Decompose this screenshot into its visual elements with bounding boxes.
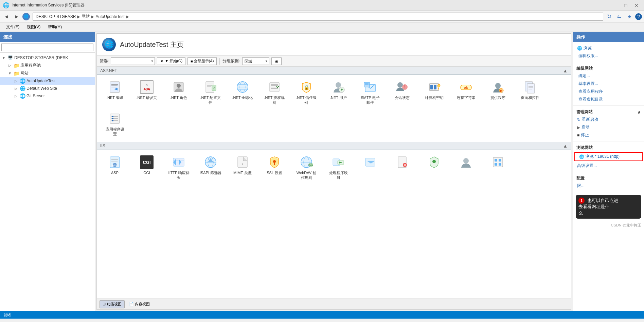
filter-select[interactable] — [111, 57, 155, 65]
menu-view[interactable]: 视图(V) — [23, 23, 44, 31]
icon-dotnet-roles[interactable]: .NET 角色 — [163, 78, 194, 108]
restart-label: 重新启动 — [582, 117, 598, 122]
restart-link[interactable]: ↻ 重新启动 — [573, 116, 644, 123]
section-iis-collapse[interactable]: ▲ — [563, 143, 568, 149]
help-button[interactable]: ? — [635, 13, 642, 20]
basic-settings-link[interactable]: 基本设置... — [573, 80, 644, 88]
forward-button[interactable]: ▶ — [12, 12, 21, 21]
icon-10[interactable]: ✕ — [387, 153, 417, 183]
icon-asp[interactable]: ASP ASP — [100, 153, 130, 183]
folder-icon-sites: 📁 — [14, 71, 19, 76]
dotnet-errorpage-label: .NET 错误页 — [137, 95, 157, 100]
sidebar-item-apppools[interactable]: ▷ 📁 应用程序池 — [0, 62, 95, 69]
back-button[interactable]: ◀ — [2, 12, 11, 21]
svg-rect-92 — [493, 157, 503, 167]
icon-appsettings[interactable]: 应用程序设置 — [100, 109, 130, 139]
path-site: AutoUpdateTest — [95, 14, 124, 19]
menu-file[interactable]: 文件(F) — [3, 23, 23, 31]
edit-permissions-link[interactable]: 编辑权限... — [573, 52, 644, 60]
sidebar-item-autoupdate[interactable]: ▷ 🌐 AutoUpdateTest — [0, 77, 95, 85]
status-bar: 就绪 — [0, 311, 644, 319]
main-layout: 连接 ▼ 🖥️ DESKTOP-STGEASR (DESK ▷ 📁 应用程序池 — [0, 32, 644, 311]
section-iis-label: IIS — [100, 143, 105, 148]
refresh-button[interactable]: ↻ — [605, 12, 613, 21]
grid-view-button[interactable]: ⊞ — [271, 57, 282, 65]
svg-rect-93 — [495, 159, 497, 162]
pages-icon — [523, 80, 537, 94]
bind-link[interactable]: 绑定... — [573, 72, 644, 80]
icon-webdav[interactable]: DAV WebDAV 创作规则 — [291, 153, 322, 183]
icon-session[interactable]: ! 会话状态 — [387, 78, 417, 108]
icon-dotnet-compile[interactable]: .NET 编译 — [100, 78, 130, 108]
maximize-button[interactable]: □ — [621, 2, 630, 9]
start-link[interactable]: ▶ 启动 — [573, 123, 644, 131]
sidebar-item-default[interactable]: ▷ 🌐 Default Web Site — [0, 85, 95, 92]
close-button[interactable]: ✕ — [632, 2, 641, 9]
sidebar-item-websites[interactable]: ▼ 📁 网站 — [0, 69, 95, 77]
icon-provider[interactable]: ▶ 提供程序 — [483, 78, 513, 108]
address-path[interactable]: DESKTOP-STGEASR ▶ 网站 ▶ AutoUpdateTest ▶ — [33, 13, 603, 21]
view-vdirs-link[interactable]: 查看虚拟目录 — [573, 96, 644, 103]
view-apps-link[interactable]: 查看应用程序 — [573, 88, 644, 96]
icon-dotnet-trust[interactable]: 🔒 .NET 信任级别 — [291, 78, 322, 108]
icon-isapi[interactable]: ISAPI 筛选器 — [195, 153, 226, 183]
icon-9[interactable] — [355, 153, 386, 183]
icon-dotnet-config[interactable]: ✓ .NET 配置文件 — [195, 78, 226, 108]
icon-11[interactable] — [419, 153, 449, 183]
icon-connstr[interactable]: ab 连接字符串 — [451, 78, 481, 108]
feature-view-button[interactable]: ⊞ 功能视图 — [100, 300, 125, 308]
icon-machinekey[interactable]: 计算机密钥 — [419, 78, 449, 108]
sidebar-label-apppools: 应用程序池 — [20, 63, 41, 68]
provider-label: 提供程序 — [490, 95, 505, 100]
svg-text:+: + — [340, 87, 343, 92]
svg-point-31 — [397, 82, 403, 88]
menu-help[interactable]: 帮助(H) — [44, 23, 65, 31]
start-button[interactable]: ▼ ▼ 开始(G) — [157, 57, 185, 65]
icon-dotnet-users[interactable]: + .NET 用户 — [323, 78, 354, 108]
group-select[interactable]: 区域 — [242, 57, 269, 65]
icon-dotnet-global[interactable]: .NET 全球化 — [227, 78, 258, 108]
toolbar-sep1 — [219, 58, 220, 65]
section-aspnet-label: ASP.NET — [100, 68, 117, 73]
icon-12[interactable] — [451, 153, 481, 183]
icon-13[interactable] — [483, 153, 513, 183]
smtp-icon — [363, 80, 377, 94]
icons-scroll[interactable]: ASP.NET ▲ — [97, 67, 571, 299]
browse-link[interactable]: 🌐 浏览 — [573, 44, 644, 52]
icon-pages[interactable]: 页面和控件 — [515, 78, 545, 108]
share-button[interactable]: ⇆ — [615, 12, 624, 21]
bookmark-button[interactable]: ★ — [625, 12, 634, 21]
browse-port-label: 浏览 *:19031 (http) — [586, 154, 620, 159]
minimize-button[interactable]: — — [610, 2, 620, 9]
stop-link[interactable]: ■ 停止 — [573, 131, 644, 139]
browse-port-link[interactable]: 🌐 浏览 *:19031 (http) — [575, 153, 642, 160]
advanced-settings-link[interactable]: 高级设置... — [573, 162, 644, 170]
icon-httpheaders[interactable]: HTTP 响应标头 — [163, 153, 194, 183]
globe-icon: 🌐 — [22, 13, 30, 20]
dotnet-trust-label: .NET 信任级别 — [296, 95, 317, 105]
filter-label: 筛选: — [100, 58, 109, 64]
dotnet-config-label: .NET 配置文件 — [200, 95, 221, 105]
icon-dotnet-errorpage[interactable]: ⚠ 404 .NET 错误页 — [131, 78, 162, 108]
dotnet-users-label: .NET 用户 — [330, 95, 347, 100]
icon-ssl[interactable]: SSL 设置 — [259, 153, 290, 183]
sidebar-search-input[interactable] — [1, 44, 93, 51]
svg-point-55 — [112, 118, 113, 119]
dotnet-global-icon — [236, 80, 249, 94]
icon-mime[interactable]: ♪ MIME 类型 — [227, 153, 258, 183]
icon-dotnet-auth[interactable]: .NET 授权规则 — [259, 78, 290, 108]
icon-smtp[interactable]: SMTP 电子邮件 — [355, 78, 386, 108]
show-all-button[interactable]: ■ 全部显示(A) — [187, 57, 217, 65]
section-aspnet-collapse[interactable]: ▲ — [563, 68, 568, 73]
content-header: 🌐 AutoUpdateTest 主页 — [97, 34, 571, 56]
stop-label: 停止 — [581, 132, 589, 138]
view-vdirs-label: 查看虚拟目录 — [578, 97, 603, 102]
title-bar: 🌐 Internet Information Services (IIS)管理器… — [0, 0, 644, 11]
sidebar-item-root[interactable]: ▼ 🖥️ DESKTOP-STGEASR (DESK — [0, 54, 95, 62]
manage-collapse-icon[interactable]: ∧ — [638, 110, 641, 115]
content-view-button[interactable]: 📄 内容视图 — [126, 300, 153, 308]
sidebar-item-git[interactable]: ▷ 🌐 Git Server — [0, 92, 95, 100]
limits-link[interactable]: 限... — [573, 182, 644, 190]
icon-cgi[interactable]: CGI CGI — [131, 153, 162, 183]
icon-handlers[interactable]: 处理程序映射 — [323, 153, 354, 183]
